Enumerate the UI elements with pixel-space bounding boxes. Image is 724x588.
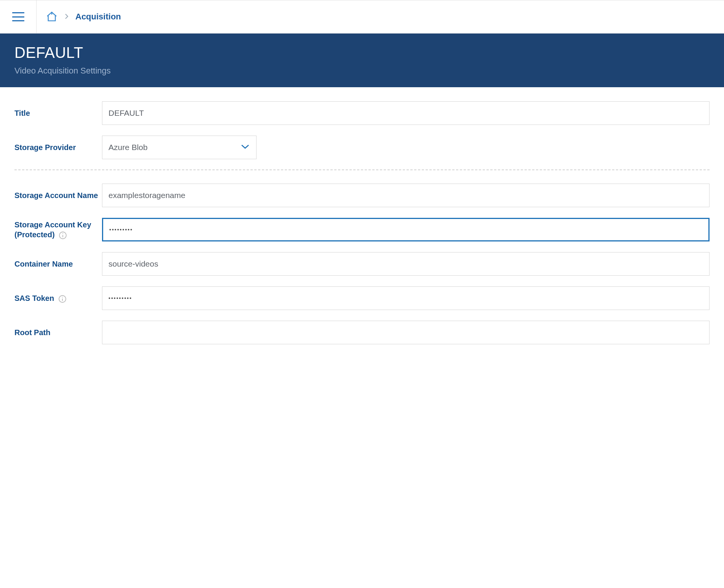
storage-provider-select[interactable]: Azure Blob [102, 136, 257, 159]
storage-provider-value: Azure Blob [108, 143, 148, 152]
chevron-right-icon [65, 12, 69, 22]
info-icon[interactable] [58, 295, 67, 303]
row-container-name: Container Name [14, 252, 710, 276]
label-container-name: Container Name [14, 260, 73, 268]
row-storage-account-key: Storage Account Key (Protected) [14, 217, 710, 242]
sas-token-input[interactable] [102, 286, 710, 310]
top-bar: Acquisition [0, 0, 724, 34]
breadcrumb-acquisition[interactable]: Acquisition [75, 12, 121, 22]
storage-account-key-input[interactable] [102, 218, 710, 241]
container-name-input[interactable] [102, 252, 710, 276]
page-subtitle: Video Acquisition Settings [14, 66, 710, 76]
root-path-input[interactable] [102, 321, 710, 344]
menu-button[interactable] [0, 0, 37, 33]
page-title: DEFAULT [14, 44, 710, 61]
row-sas-token: SAS Token [14, 286, 710, 310]
svg-point-5 [62, 297, 63, 298]
label-sas-token: SAS Token [14, 294, 54, 302]
row-storage-provider: Storage Provider Azure Blob [14, 135, 710, 160]
form-area: Title Storage Provider Azure Blob [0, 87, 724, 368]
home-icon[interactable] [46, 11, 58, 23]
label-storage-account-key: Storage Account Key (Protected) [14, 220, 91, 239]
page-banner: DEFAULT Video Acquisition Settings [0, 34, 724, 87]
label-title: Title [14, 109, 30, 117]
title-input[interactable] [102, 101, 710, 125]
label-storage-account-name: Storage Account Name [14, 191, 98, 200]
info-icon[interactable] [59, 231, 67, 240]
section-divider [14, 169, 710, 170]
row-title: Title [14, 101, 710, 125]
label-root-path: Root Path [14, 328, 50, 337]
hamburger-icon [12, 12, 24, 21]
row-root-path: Root Path [14, 320, 710, 345]
label-storage-provider: Storage Provider [14, 143, 76, 152]
row-storage-account-name: Storage Account Name [14, 183, 710, 208]
storage-account-name-input[interactable] [102, 184, 710, 207]
svg-point-2 [62, 233, 63, 234]
breadcrumb: Acquisition [37, 11, 121, 23]
